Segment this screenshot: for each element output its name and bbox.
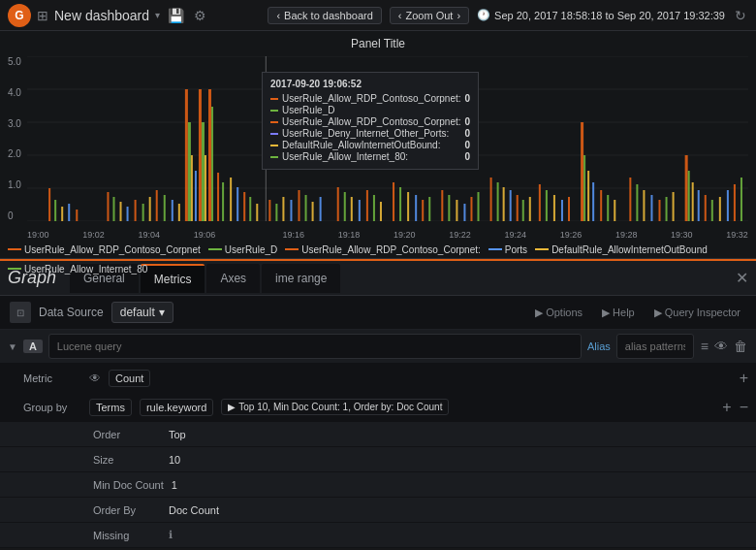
svg-rect-57 [415, 195, 417, 221]
query-visibility-button[interactable]: 👁 [713, 338, 729, 355]
dashboard-dropdown-icon[interactable]: ▾ [155, 10, 160, 20]
sub-rows: Order Top Size 10 Min Doc Count 1 Order … [0, 422, 756, 548]
svg-rect-39 [268, 200, 270, 221]
svg-rect-86 [636, 184, 638, 221]
svg-rect-60 [441, 190, 443, 221]
legend-label-4: Ports [505, 244, 527, 255]
svg-rect-93 [688, 171, 690, 221]
dropdown-icon: ▾ [159, 306, 165, 319]
svg-rect-73 [539, 184, 541, 221]
groupby-field-select[interactable]: rule.keyword [140, 399, 213, 416]
svg-rect-89 [659, 200, 661, 221]
tooltip-row-2: UserRule_D [270, 105, 470, 115]
legend-item-1[interactable]: UserRule_Allow_RDP_Contoso_Corpnet [8, 244, 201, 255]
svg-rect-98 [719, 197, 721, 221]
tooltip-color-5 [270, 145, 278, 146]
svg-rect-88 [650, 195, 652, 221]
refresh-button[interactable]: ↻ [733, 6, 748, 25]
svg-rect-24 [191, 155, 193, 221]
query-collapse-icon[interactable]: ▼ [8, 341, 17, 352]
svg-rect-23 [188, 122, 191, 221]
size-row: Size 10 [0, 447, 756, 472]
svg-rect-53 [380, 202, 382, 221]
legend-item-2[interactable]: UserRule_D [208, 244, 277, 255]
datasource-select[interactable]: default ▾ [111, 302, 173, 323]
legend-label-3: UserRule_Allow_RDP_Contoso_Corpnet: [301, 244, 481, 255]
chart-area: Panel Title 5.0 4.0 3.0 2.0 1.0 0 [0, 31, 756, 259]
datasource-label: Data Source [39, 306, 104, 319]
size-label: Size [93, 454, 161, 466]
svg-rect-50 [359, 200, 361, 221]
svg-rect-70 [517, 195, 519, 221]
svg-rect-94 [692, 182, 694, 221]
grafana-logo[interactable]: G [8, 4, 31, 27]
svg-rect-43 [299, 190, 300, 221]
svg-rect-46 [320, 197, 322, 221]
x-axis: 19:00 19:02 19:04 19:06 19:16 19:18 19:2… [27, 230, 748, 240]
add-groupby-button[interactable]: + [722, 399, 731, 416]
missing-info-icon[interactable]: ℹ [169, 529, 173, 541]
top-nav: G ⊞ New dashboard ▾ 💾 ⚙ ‹ Back to dashbo… [0, 0, 756, 31]
groupby-row: Group by Terms rule.keyword ▶ Top 10, Mi… [0, 393, 756, 422]
svg-rect-27 [202, 122, 205, 221]
query-delete-button[interactable]: 🗑 [733, 338, 748, 355]
metrics-content: ⊡ Data Source default ▾ ▶ Options ▶ Help… [0, 296, 756, 548]
settings-button[interactable]: ⚙ [192, 6, 208, 25]
svg-rect-20 [172, 200, 173, 221]
legend-color-3 [285, 248, 299, 250]
min-doc-count-row: Min Doc Count 1 [0, 472, 756, 498]
svg-rect-25 [195, 171, 197, 221]
save-dashboard-button[interactable]: 💾 [166, 6, 186, 25]
svg-rect-80 [587, 171, 589, 221]
svg-rect-41 [282, 197, 284, 221]
svg-rect-90 [666, 197, 668, 221]
svg-rect-87 [643, 190, 645, 221]
svg-rect-59 [428, 197, 430, 221]
svg-rect-84 [614, 200, 615, 221]
tooltip-time: 2017-09-20 19:06:52 [270, 79, 470, 89]
remove-groupby-button[interactable]: − [740, 399, 748, 416]
metric-type-select[interactable]: Count [109, 370, 150, 387]
svg-rect-31 [217, 173, 219, 221]
svg-rect-6 [48, 188, 50, 221]
order-label: Order [93, 429, 161, 440]
back-to-dashboard-button[interactable]: ‹ Back to dashboard [268, 7, 381, 24]
svg-rect-82 [600, 190, 602, 221]
options-button[interactable]: ▶ Options [529, 305, 588, 321]
svg-rect-71 [522, 200, 524, 221]
zoom-out-button[interactable]: ‹ Zoom Out › [390, 7, 469, 24]
tooltip-color-2 [270, 110, 278, 112]
help-button[interactable]: ▶ Help [596, 305, 641, 321]
tooltip-row-4: UserRule_Deny_Internet_Other_Ports: 0 [270, 128, 470, 139]
groupby-type-select[interactable]: Terms [89, 399, 132, 416]
svg-rect-76 [561, 200, 563, 221]
svg-rect-26 [199, 89, 202, 221]
query-inspector-button[interactable]: ▶ Query Inspector [648, 305, 746, 321]
alias-input[interactable] [616, 334, 694, 359]
query-input[interactable] [48, 334, 582, 359]
svg-rect-45 [312, 202, 314, 221]
svg-rect-19 [164, 195, 166, 221]
legend-item-6[interactable]: UserRule_Allow_Internet_80 [8, 264, 147, 275]
legend-label-2: UserRule_D [225, 244, 277, 255]
tooltip-color-3 [270, 121, 278, 123]
query-reorder-button[interactable]: ≡ [700, 338, 709, 355]
add-metric-button[interactable]: + [740, 370, 748, 387]
metric-eye-icon[interactable]: 👁 [89, 372, 101, 385]
legend-item-3[interactable]: UserRule_Allow_RDP_Contoso_Corpnet: [285, 244, 481, 255]
svg-rect-99 [727, 190, 729, 221]
svg-rect-68 [503, 187, 505, 221]
legend-color-6 [8, 268, 21, 270]
legend-item-4[interactable]: Ports [488, 244, 527, 255]
svg-rect-51 [366, 190, 368, 221]
svg-rect-37 [256, 204, 258, 221]
legend-item-5[interactable]: DefaultRule_AllowInternetOutBound [535, 244, 708, 255]
svg-rect-18 [156, 190, 158, 221]
legend-color-1 [8, 248, 21, 250]
svg-rect-8 [61, 207, 63, 221]
chart-title: Panel Title [0, 31, 756, 52]
svg-rect-74 [546, 190, 548, 221]
time-range-display[interactable]: 🕐 Sep 20, 2017 18:58:18 to Sep 20, 2017 … [477, 9, 725, 21]
order-row: Order Top [0, 422, 756, 447]
back-arrow-icon: ‹ [276, 10, 280, 21]
